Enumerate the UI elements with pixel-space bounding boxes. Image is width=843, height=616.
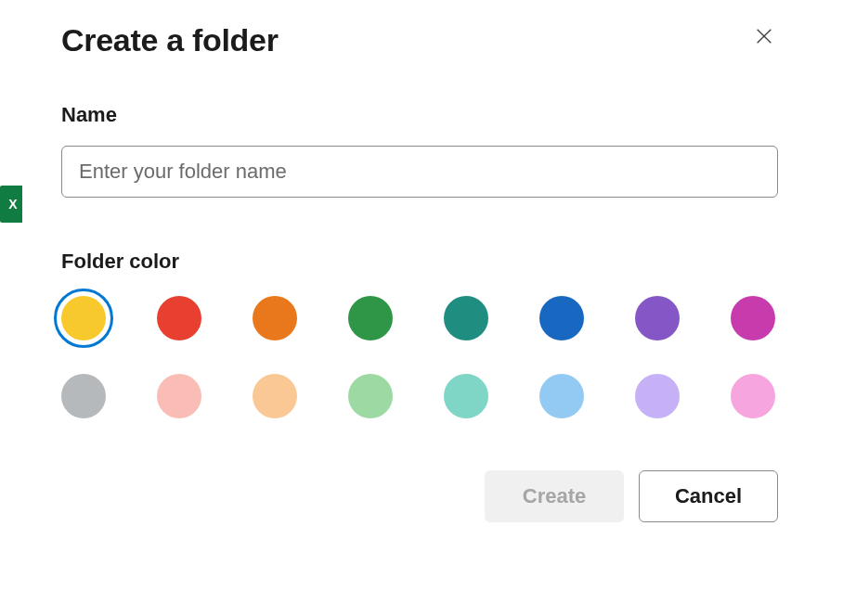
dialog-header: Create a folder (61, 22, 778, 58)
color-swatch-yellow[interactable] (61, 296, 106, 340)
folder-name-input[interactable] (61, 146, 778, 198)
color-swatch-light-teal[interactable] (444, 374, 488, 418)
cancel-button[interactable]: Cancel (639, 470, 778, 522)
color-swatch-magenta[interactable] (731, 296, 775, 340)
color-swatch-purple[interactable] (635, 296, 680, 340)
dialog-title: Create a folder (61, 22, 279, 58)
color-swatch-light-purple[interactable] (635, 374, 680, 418)
color-swatch-light-orange[interactable] (253, 374, 297, 418)
color-picker-grid (61, 296, 778, 418)
create-folder-dialog: Create a folder Name Folder color Create… (22, 0, 817, 616)
color-swatch-teal[interactable] (444, 296, 488, 340)
close-icon (754, 26, 774, 46)
color-swatch-grey[interactable] (61, 374, 106, 418)
create-button[interactable]: Create (485, 470, 624, 522)
dialog-actions: Create Cancel (61, 470, 778, 522)
color-swatch-light-green[interactable] (348, 374, 393, 418)
close-button[interactable] (750, 22, 778, 50)
color-swatch-orange[interactable] (253, 296, 297, 340)
color-swatch-light-pink[interactable] (731, 374, 775, 418)
color-label: Folder color (61, 250, 778, 274)
color-swatch-red[interactable] (157, 296, 201, 340)
color-swatch-light-red[interactable] (157, 374, 201, 418)
color-swatch-green[interactable] (348, 296, 393, 340)
color-swatch-blue[interactable] (539, 296, 584, 340)
color-swatch-light-blue[interactable] (539, 374, 584, 418)
name-label: Name (61, 103, 778, 127)
